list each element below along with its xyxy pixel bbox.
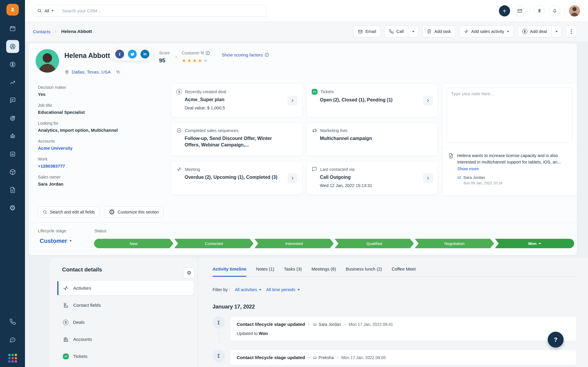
social-links: f in bbox=[111, 48, 153, 61]
facebook-icon[interactable]: f bbox=[115, 50, 124, 59]
sidebar-item-reports[interactable] bbox=[6, 148, 19, 161]
stage-negotiation[interactable]: Negotiation bbox=[415, 239, 494, 248]
call-button[interactable]: Call bbox=[384, 26, 408, 37]
notifications-button[interactable] bbox=[549, 5, 560, 16]
info-icon[interactable] bbox=[265, 53, 269, 57]
details-item-contact-fields[interactable]: Contact fields bbox=[57, 298, 193, 312]
tab-notes[interactable]: Notes (1) bbox=[256, 266, 274, 271]
tab-activity-timeline[interactable]: Activity timeline bbox=[213, 266, 246, 271]
copy-location-button[interactable] bbox=[114, 68, 122, 76]
tab-coffee-meet[interactable]: Coffee Meet bbox=[392, 266, 415, 271]
sidebar-item-phone[interactable] bbox=[6, 315, 19, 328]
contact-location-row: Dallas, Texas, USA bbox=[64, 68, 122, 76]
tab-tasks[interactable]: Tasks (3) bbox=[284, 266, 302, 271]
user-avatar[interactable] bbox=[569, 5, 580, 16]
pulse-icon bbox=[176, 166, 182, 172]
sidebar-item-documents[interactable] bbox=[6, 184, 19, 196]
note-input[interactable] bbox=[447, 87, 573, 143]
card-open-button[interactable] bbox=[288, 173, 298, 183]
tab-business-lunch[interactable]: Business lunch (2) bbox=[346, 266, 382, 271]
lifecycle-stage-icon bbox=[213, 350, 225, 362]
card-open-button[interactable] bbox=[423, 173, 433, 183]
details-item-activities[interactable]: Activities bbox=[57, 281, 193, 295]
status-label: Status bbox=[94, 228, 106, 233]
sidebar-item-deals[interactable] bbox=[6, 58, 19, 71]
marketing-lists-card[interactable]: Marketing lists Multichannel campaign bbox=[306, 122, 438, 156]
add-deal-button[interactable]: Add deal bbox=[517, 26, 552, 37]
details-item-accounts[interactable]: Accounts bbox=[57, 332, 193, 346]
crown-icon bbox=[313, 322, 317, 326]
stage-won-dropdown[interactable]: Won bbox=[495, 239, 574, 248]
contact-details-settings-button[interactable] bbox=[183, 268, 195, 278]
help-button[interactable]: ? bbox=[548, 332, 564, 348]
search-input[interactable] bbox=[58, 8, 266, 13]
email-button[interactable]: Email bbox=[353, 26, 381, 37]
timeline-entries: Contact lifecycle stage updated Sara Jor… bbox=[213, 316, 577, 366]
pulse-icon bbox=[464, 29, 469, 34]
quick-add-button[interactable] bbox=[499, 5, 510, 16]
filter-activities-label: All activities bbox=[235, 287, 257, 292]
last-contacted-card[interactable]: Last contacted via Call Outgoing Wed 12 … bbox=[306, 161, 438, 195]
filter-activities-dropdown[interactable]: All activities bbox=[235, 287, 262, 292]
email-inbox-button[interactable] bbox=[514, 5, 525, 16]
meeting-card[interactable]: Meeting Overdue (2), Upcoming (1), Compl… bbox=[171, 161, 303, 195]
phone-icon bbox=[9, 318, 16, 325]
details-item-deals[interactable]: Deals bbox=[57, 315, 193, 329]
message-icon bbox=[312, 166, 317, 172]
card-open-button[interactable] bbox=[288, 96, 298, 106]
show-more-link[interactable]: Show more bbox=[457, 166, 479, 171]
entry-author-name: Preksha bbox=[319, 355, 334, 360]
whats-new-button[interactable] bbox=[534, 5, 545, 16]
details-item-tickets[interactable]: Tickets bbox=[57, 349, 193, 363]
sidebar-item-apps-switcher[interactable] bbox=[6, 352, 19, 365]
sidebar-item-settings[interactable] bbox=[6, 201, 19, 214]
completed-sequences-card[interactable]: Completed sales sequences Follow-up, Sen… bbox=[171, 122, 303, 156]
sidebar-item-calendar[interactable] bbox=[6, 22, 19, 35]
twitter-icon[interactable] bbox=[128, 50, 137, 59]
tickets-card[interactable]: Tickets Open (2), Closed (1), Pending (1… bbox=[306, 84, 438, 117]
caret-down-icon bbox=[412, 31, 415, 32]
sidebar-item-conversations[interactable] bbox=[6, 94, 19, 107]
contact-location-link[interactable]: Dallas, Texas, USA bbox=[72, 69, 111, 75]
sidebar-item-goals[interactable] bbox=[6, 112, 19, 125]
sidebar-item-analytics[interactable] bbox=[6, 76, 19, 89]
timeline-filters: Filter by : All activities All time peri… bbox=[213, 287, 577, 292]
search-edit-fields-button[interactable]: Search and edit all fields bbox=[38, 206, 100, 217]
stage-qualified[interactable]: Qualified bbox=[335, 239, 414, 248]
linkedin-icon[interactable]: in bbox=[141, 50, 149, 59]
timeline-tabs: Activity timeline Notes (1) Tasks (3) Me… bbox=[213, 266, 577, 277]
field-value-link[interactable]: Acme University bbox=[38, 146, 164, 151]
card-open-button[interactable] bbox=[423, 96, 433, 106]
add-task-button[interactable]: Add task bbox=[422, 26, 455, 37]
info-icon[interactable] bbox=[206, 51, 210, 55]
stage-interested[interactable]: Interested bbox=[254, 239, 334, 248]
recently-created-deal-card[interactable]: Recently created deal Acme_Super plan De… bbox=[171, 84, 303, 117]
stage-new[interactable]: New bbox=[94, 239, 173, 248]
search-edit-fields-label: Search and edit all fields bbox=[50, 210, 95, 214]
show-scoring-factors-link[interactable]: Show scoring factors bbox=[222, 52, 269, 57]
stage-contacted[interactable]: Contacted bbox=[174, 239, 254, 248]
entry-body-value: Won bbox=[259, 331, 268, 336]
breadcrumb-contacts-link[interactable]: Contacts bbox=[33, 29, 50, 34]
add-sales-activity-button[interactable]: Add sales activity bbox=[459, 26, 514, 37]
filter-periods-dropdown[interactable]: All time periods bbox=[266, 287, 300, 292]
lifecycle-stage-dropdown[interactable]: Customer bbox=[40, 238, 72, 244]
plus-icon bbox=[502, 8, 507, 14]
sidebar-item-chat-support[interactable] bbox=[6, 333, 19, 346]
tab-meetings[interactable]: Meetings (6) bbox=[312, 266, 336, 271]
sidebar-item-products[interactable] bbox=[6, 166, 19, 179]
field-value-link[interactable]: +1280383777 bbox=[38, 164, 164, 169]
entry-rail bbox=[213, 350, 225, 366]
freshsales-logo[interactable] bbox=[6, 4, 19, 16]
chevron-right-icon bbox=[290, 98, 295, 103]
sidebar-item-contacts[interactable] bbox=[6, 40, 19, 53]
details-item-label: Deals bbox=[73, 320, 85, 325]
search-scope-dropdown[interactable]: All bbox=[33, 5, 58, 16]
more-actions-button[interactable] bbox=[565, 26, 577, 37]
add-deal-options-button[interactable] bbox=[552, 26, 562, 37]
call-options-button[interactable] bbox=[408, 26, 419, 37]
caret-down-icon bbox=[69, 240, 72, 242]
contact-avatar[interactable] bbox=[36, 49, 59, 73]
sidebar-item-bot[interactable] bbox=[6, 130, 19, 143]
customize-section-button[interactable]: Customize this section bbox=[104, 206, 164, 217]
